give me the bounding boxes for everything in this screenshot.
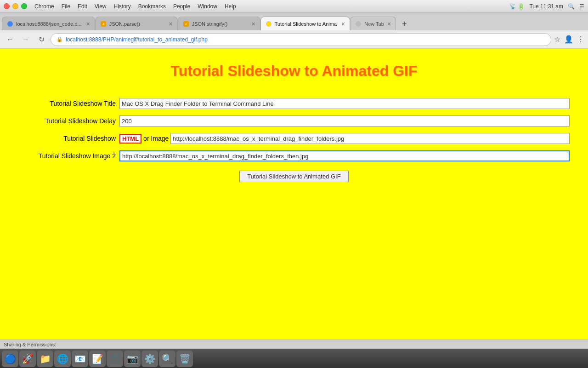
tab-favicon-4	[266, 21, 272, 27]
tab-json-stringify[interactable]: J JSON.stringify() ×	[178, 17, 260, 30]
address-bar-right: ☆ 👤 ⋮	[554, 35, 584, 44]
clock: Tue 11:31 am	[529, 3, 563, 10]
taskbar-app5[interactable]: 📧	[72, 351, 88, 367]
page-content: Tutorial Slideshow to Animated GIF Tutor…	[0, 49, 588, 339]
url-bar[interactable]: 🔒 localhost:8888/PHP/animegif/tutorial_t…	[51, 33, 551, 46]
form-row-slideshow: Tutorial Slideshow HTML or Image	[18, 133, 570, 144]
forward-button[interactable]: →	[19, 33, 32, 46]
taskbar-app4[interactable]: 🌐	[54, 351, 71, 367]
form-row-title: Tutorial Slideshow Title	[18, 98, 570, 109]
menu-icon[interactable]: ☰	[579, 3, 584, 10]
bottom-bar: Sharing & Permissions:	[0, 339, 588, 349]
taskbar-app7[interactable]: 🎵	[107, 351, 123, 367]
tab-label-3: JSON.stringify()	[192, 21, 247, 27]
image2-label: Tutorial Slideshow Image 2	[18, 152, 119, 160]
tab-favicon-1	[7, 21, 13, 27]
bottom-bar-text: Sharing & Permissions:	[4, 342, 56, 347]
delay-label: Tutorial Slideshow Delay	[18, 117, 119, 125]
taskbar-app9[interactable]: ⚙️	[141, 351, 158, 367]
title-bar-right: 📡 🔋 Tue 11:31 am 🔍 ☰	[509, 3, 584, 10]
maximize-button[interactable]	[21, 3, 27, 9]
new-tab-button[interactable]: +	[398, 17, 411, 30]
tab-json-code[interactable]: localhost:8888/json_code.p... ×	[2, 17, 95, 30]
menu-people[interactable]: People	[173, 3, 190, 10]
page-heading: Tutorial Slideshow to Animated GIF	[18, 58, 570, 84]
tab-label-2: JSON.parse()	[109, 21, 164, 27]
close-button[interactable]	[4, 3, 10, 9]
taskbar-app8[interactable]: 📷	[124, 351, 141, 367]
tab-close-2[interactable]: ×	[169, 20, 173, 28]
menu-edit[interactable]: Edit	[78, 3, 87, 10]
tab-json-parse[interactable]: J JSON.parse() ×	[95, 17, 178, 30]
tab-label-4: Tutorial Slideshow to Anima	[275, 21, 337, 27]
menu-bookmarks[interactable]: Bookmarks	[138, 3, 166, 10]
menu-bar: Chrome File Edit View History Bookmarks …	[34, 3, 236, 10]
menu-view[interactable]: View	[95, 3, 107, 10]
image2-input[interactable]	[119, 150, 570, 161]
taskbar: 🔵 🚀 📁 🌐 📧 📝 🎵 📷 ⚙️ 🔍 🗑️	[0, 349, 588, 368]
title-input[interactable]	[119, 98, 570, 109]
tab-favicon-3: J	[183, 21, 189, 27]
taskbar-finder[interactable]: 🔵	[2, 351, 18, 367]
taskbar-app10[interactable]: 🔍	[159, 351, 175, 367]
title-label: Tutorial Slideshow Title	[18, 100, 119, 107]
taskbar-app6[interactable]: 📝	[89, 351, 106, 367]
more-icon[interactable]: ⋮	[577, 35, 584, 44]
menu-history[interactable]: History	[114, 3, 131, 10]
form-row-delay: Tutorial Slideshow Delay	[18, 115, 570, 126]
address-bar: ← → ↻ 🔒 localhost:8888/PHP/animegif/tuto…	[0, 30, 588, 49]
title-bar: Chrome File Edit View History Bookmarks …	[0, 0, 588, 13]
html-badge[interactable]: HTML	[119, 134, 141, 144]
menu-help[interactable]: Help	[225, 3, 236, 10]
url-text: localhost:8888/PHP/animegif/tutorial_to_…	[66, 36, 545, 43]
minimize-button[interactable]	[12, 3, 18, 9]
tab-tutorial-slideshow[interactable]: Tutorial Slideshow to Anima ×	[260, 17, 351, 30]
bookmark-icon[interactable]: ☆	[554, 35, 560, 44]
tab-favicon-5	[355, 21, 362, 27]
image1-input[interactable]	[170, 133, 570, 144]
submit-button[interactable]: Tutorial Slideshow to Animated GIF	[239, 171, 348, 182]
or-image-label: or Image	[143, 135, 169, 142]
tab-bar: localhost:8888/json_code.p... × J JSON.p…	[0, 13, 588, 30]
delay-input[interactable]	[119, 115, 570, 126]
taskbar-launchpad[interactable]: 🚀	[19, 351, 36, 367]
slideshow-label: Tutorial Slideshow	[18, 135, 119, 142]
back-button[interactable]: ←	[4, 33, 17, 46]
taskbar-app11[interactable]: 🗑️	[176, 351, 193, 367]
form-row-image2: Tutorial Slideshow Image 2	[18, 150, 570, 161]
tab-close-3[interactable]: ×	[252, 20, 255, 28]
window-controls	[4, 3, 27, 9]
tab-close-4[interactable]: ×	[341, 20, 345, 28]
menu-window[interactable]: Window	[198, 3, 217, 10]
taskbar-app3[interactable]: 📁	[37, 351, 53, 367]
status-icons: 📡 🔋	[509, 3, 525, 10]
tab-close-1[interactable]: ×	[86, 20, 90, 28]
tab-label-1: localhost:8888/json_code.p...	[16, 21, 82, 27]
menu-file[interactable]: File	[62, 3, 70, 10]
user-icon[interactable]: 👤	[564, 35, 573, 44]
lock-icon: 🔒	[57, 36, 63, 42]
menu-chrome[interactable]: Chrome	[34, 3, 54, 10]
tab-label-5: New Tab	[364, 21, 384, 27]
reload-button[interactable]: ↻	[35, 33, 48, 46]
tab-favicon-2: J	[100, 21, 107, 27]
tab-new-tab[interactable]: New Tab ×	[350, 17, 396, 30]
tab-close-5[interactable]: ×	[387, 20, 391, 28]
search-icon[interactable]: 🔍	[568, 3, 575, 10]
